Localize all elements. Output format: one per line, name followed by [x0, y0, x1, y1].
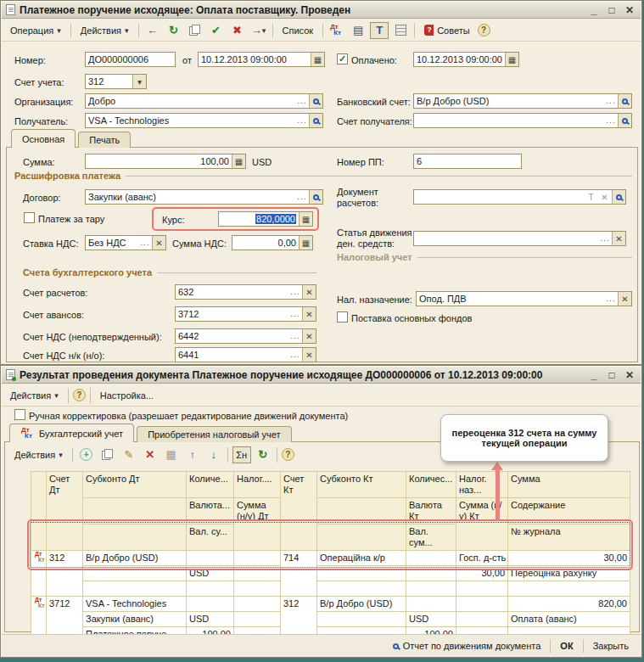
ellipsis-button[interactable]: ... — [604, 114, 618, 127]
cell[interactable]: VSA - Technologies — [83, 597, 187, 612]
rows-button[interactable] — [391, 22, 410, 39]
ellipsis-button[interactable]: ... — [295, 114, 309, 127]
goto-button[interactable]: →▾ — [249, 22, 268, 39]
cell[interactable] — [317, 612, 406, 627]
calculator-icon[interactable]: ▦ — [232, 154, 245, 168]
close-icon[interactable]: ✕ — [623, 4, 636, 16]
cell-sum[interactable]: 820,00 — [508, 597, 630, 612]
cell[interactable]: В/р Добро (USD) — [317, 597, 406, 612]
cell[interactable] — [508, 581, 630, 597]
magnifier-icon[interactable] — [309, 190, 322, 204]
ellipsis-button[interactable]: ... — [138, 236, 152, 250]
clear-icon[interactable]: ✕ — [302, 329, 316, 343]
paid-checkbox[interactable]: ✓ — [337, 53, 348, 65]
cell[interactable] — [234, 581, 281, 597]
ellipsis-button[interactable]: ... — [295, 94, 309, 108]
cell[interactable] — [406, 597, 456, 612]
posting-table[interactable]: Счет Дт Субконто Дт Количе... Налог.... … — [31, 471, 630, 642]
col-acc-kt[interactable]: Счет Кт — [281, 472, 317, 551]
tab-accounting[interactable]: ДтКтБухгалтерский учет — [9, 424, 134, 442]
cell-acc-dt[interactable]: 312 — [47, 551, 83, 597]
refresh-grid-button[interactable]: ↻ — [254, 446, 272, 463]
tare-checkbox[interactable] — [24, 212, 35, 223]
contract-input[interactable]: Закупки (аванс)... — [85, 189, 323, 205]
col-currency-kt[interactable]: Валюта Кт — [406, 498, 456, 525]
calculator-icon[interactable]: ▦ — [299, 236, 312, 250]
structure-button[interactable]: Т — [370, 22, 389, 39]
paid-date-input[interactable]: 10.12.2013 09:00:00▦ — [413, 52, 519, 67]
ellipsis-button[interactable]: ... — [288, 329, 302, 343]
payee-account-input[interactable]: ... — [413, 113, 632, 128]
cashflow-item-input[interactable]: ...✕ — [413, 231, 626, 246]
save-button[interactable]: ← — [143, 22, 162, 39]
cell[interactable] — [317, 581, 406, 597]
ellipsis-button[interactable]: ... — [604, 292, 618, 306]
cell-content[interactable]: Переоцінка рахунку — [508, 566, 630, 581]
clear-icon[interactable]: ✕ — [302, 307, 316, 321]
ellipsis-button[interactable]: ... — [295, 190, 309, 204]
cell[interactable]: Закупки (аванс) — [83, 612, 187, 627]
magnifier-icon[interactable] — [618, 114, 631, 127]
tab-tax-acquisitions[interactable]: Приобретения налоговый учет — [137, 426, 291, 442]
magnifier-icon[interactable] — [618, 94, 631, 108]
cell[interactable] — [234, 566, 281, 581]
col-cur-sum-kt[interactable]: Вал. сум... — [406, 525, 456, 551]
manual-edit-checkbox[interactable] — [14, 409, 25, 420]
clear-button[interactable]: ✕ — [598, 190, 612, 204]
cell[interactable]: В/р Добро (USD) — [83, 551, 187, 566]
vat-rate-input[interactable]: Без НДС...✕ — [85, 235, 166, 250]
cell[interactable]: USD — [187, 566, 234, 581]
cell[interactable] — [456, 597, 508, 612]
copy-row-button[interactable] — [98, 446, 117, 463]
grid-help-button[interactable]: ? — [282, 448, 294, 461]
cell-sum[interactable]: 30,00 — [508, 551, 630, 566]
col-subconto-kt[interactable]: Субконто Кт — [317, 472, 406, 498]
col-sum-nu-dt[interactable]: Сумма (н/у) Дт — [234, 498, 281, 551]
grid-actions-menu[interactable]: Действия▾ — [9, 448, 68, 462]
ellipsis-button[interactable]: ... — [288, 285, 302, 299]
col-content[interactable]: Содержание — [508, 498, 630, 525]
col-acc-dt[interactable]: Счет Дт — [47, 472, 83, 551]
edit-row-button[interactable]: ✎ — [120, 446, 138, 463]
magnifier-icon[interactable] — [309, 94, 322, 108]
tax-purpose-input[interactable]: Опод. ПДВ...✕ — [416, 291, 632, 306]
rate-input[interactable]: 820,0000▦ — [218, 211, 313, 227]
minimize-button[interactable]: _ — [587, 4, 601, 16]
unpost-button[interactable]: ✖ — [228, 22, 247, 39]
col-sum[interactable]: Сумма — [508, 472, 630, 498]
cell[interactable] — [83, 581, 187, 597]
vat-unconfirmed-input[interactable]: 6442...✕ — [175, 328, 316, 344]
col-currency-dt[interactable]: Валюта... — [187, 498, 234, 525]
cell[interactable]: USD — [406, 612, 456, 627]
settlement-doc-input[interactable]: T✕ — [413, 189, 626, 205]
col-qty-dt[interactable]: Количе... — [187, 472, 234, 498]
cell[interactable] — [456, 581, 508, 597]
cell[interactable]: Госп. д-сть — [456, 551, 508, 566]
magnifier-icon[interactable] — [612, 190, 625, 204]
tips-button[interactable]: Советы — [419, 23, 474, 37]
type-button[interactable]: T — [585, 190, 598, 204]
report-button[interactable]: ▤ — [349, 22, 367, 39]
dtkt-button[interactable]: ДтКт — [328, 22, 346, 39]
help-button[interactable]: ? — [478, 24, 490, 36]
bank-account-input[interactable]: В/р Добро (USD)... — [413, 93, 632, 109]
cell-content[interactable]: Оплата (аванс) — [508, 612, 630, 627]
cell[interactable] — [234, 551, 281, 566]
vat-sum-input[interactable]: 0,00▦ — [232, 235, 313, 250]
ellipsis-button[interactable]: ... — [598, 232, 612, 245]
tab-main[interactable]: Основная — [11, 129, 76, 148]
help-button[interactable]: ? — [73, 389, 86, 401]
copy-button[interactable] — [186, 22, 204, 39]
clear-icon[interactable]: ✕ — [302, 285, 316, 299]
delete-row-button[interactable]: ✕ — [141, 446, 160, 463]
col-journal[interactable]: № журнала — [508, 525, 630, 551]
pp-number-input[interactable]: 6 — [413, 154, 522, 169]
col-subconto-dt[interactable]: Субконто Дт — [83, 472, 187, 498]
col-sum-nu-kt[interactable]: Сумма (н/у) Кт — [456, 498, 508, 551]
fixed-assets-checkbox[interactable] — [337, 311, 348, 323]
col-cur-sum-dt[interactable]: Вал. су... — [187, 525, 234, 551]
end-edit-button[interactable]: ▦ — [162, 446, 181, 463]
vat-nk-input[interactable]: 6441...✕ — [175, 347, 316, 362]
actions-menu[interactable]: Действия▾ — [5, 389, 64, 402]
maximize-button[interactable]: □ — [605, 369, 619, 381]
